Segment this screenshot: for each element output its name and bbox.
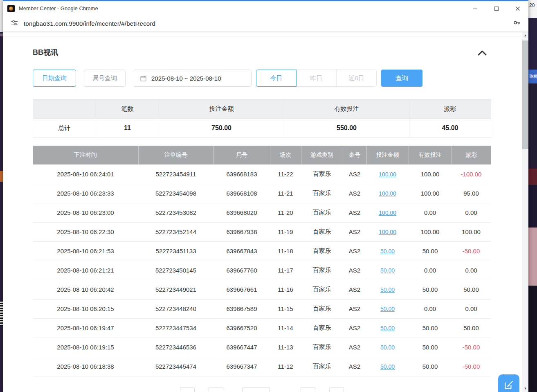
collapse-section-button[interactable] — [476, 48, 488, 57]
bet-record-row: 2025-08-10 06:20:42 522723449021 6396676… — [33, 280, 491, 299]
bet-record-row: 2025-08-10 06:23:33 522723454098 6396681… — [33, 184, 491, 203]
bet-amount-link[interactable]: 50.00 — [380, 344, 395, 351]
pagination-control-fragment[interactable] — [329, 387, 344, 392]
header-payout: 派彩 — [452, 146, 491, 164]
bet-amount-link[interactable]: 50.00 — [380, 325, 395, 331]
cell-session: 11-12 — [270, 357, 301, 376]
cell-bet-time: 2025-08-10 06:23:00 — [33, 203, 138, 222]
chevron-up-icon — [478, 50, 487, 56]
cell-round-no: 639668108 — [213, 184, 270, 203]
bet-amount-link[interactable]: 50.00 — [380, 267, 395, 274]
summary-total-label: 总计 — [33, 119, 96, 138]
date-query-tab[interactable]: 日期查询 — [33, 70, 76, 87]
cell-bet-id: 522723446536 — [138, 338, 213, 357]
desktop-fragment-left: 每 — [0, 0, 3, 392]
window-title: Member Center - Google Chrome — [19, 5, 98, 11]
window-titlebar: Member Center - Google Chrome — [3, 1, 528, 16]
summary-total-row: 总计 11 750.00 550.00 45.00 — [33, 119, 491, 138]
cell-session: 11-18 — [270, 241, 301, 261]
favicon — [7, 5, 15, 12]
maximize-button[interactable] — [486, 1, 507, 16]
cell-table-no: AS2 — [343, 203, 366, 222]
header-session: 场次 — [270, 146, 301, 164]
cell-table-no: AS2 — [343, 184, 366, 203]
bet-amount-link[interactable]: 100.00 — [379, 229, 396, 235]
feedback-compose-button[interactable] — [498, 374, 519, 392]
scrollbar-down-arrow[interactable]: ▼ — [522, 385, 528, 392]
bet-amount-link[interactable]: 50.00 — [380, 363, 395, 370]
address-bar[interactable]: tongbao31.com:9900/infe/mcenter/#/betRec… — [24, 20, 507, 27]
bet-record-row: 2025-08-10 06:23:00 522723453082 6396680… — [33, 203, 491, 222]
browser-scrollbar[interactable]: ▲ ▼ — [522, 32, 528, 392]
cell-bet-id: 522723452144 — [138, 222, 213, 241]
cell-bet-amount: 100.00 — [366, 184, 409, 203]
cell-table-no: AS2 — [343, 357, 366, 376]
date-range-picker[interactable]: 2025-08-10 ~ 2025-08-10 — [134, 70, 252, 87]
cell-bet-id: 522723453082 — [138, 203, 213, 222]
url-bar: tongbao31.com:9900/infe/mcenter/#/betRec… — [3, 16, 528, 32]
cell-valid-bet: 100.00 — [409, 222, 452, 241]
header-bet-id: 注单编号 — [138, 146, 213, 164]
cell-round-no: 639668020 — [213, 203, 270, 222]
password-key-icon[interactable] — [512, 18, 521, 29]
desktop-fragment-text: 每 — [0, 33, 3, 37]
calendar-icon — [140, 75, 147, 82]
cell-round-no: 639667661 — [213, 280, 270, 299]
header-round-no: 局号 — [213, 146, 270, 164]
pagination-control-fragment[interactable] — [301, 387, 315, 392]
bet-amount-link[interactable]: 50.00 — [380, 306, 395, 312]
cell-payout: 0.00 — [452, 203, 491, 222]
today-button[interactable]: 今日 — [256, 70, 297, 87]
quick-range-group: 今日 昨日 近8日 — [256, 70, 377, 87]
round-query-tab[interactable]: 局号查询 — [84, 70, 126, 87]
cell-payout: 50.00 — [452, 280, 491, 299]
pagination-size-select-fragment[interactable] — [242, 387, 270, 392]
summary-total-bet-amount: 750.00 — [159, 119, 284, 138]
cell-bet-time: 2025-08-10 06:24:01 — [33, 164, 138, 184]
cell-game-type: 百家乐 — [301, 338, 343, 357]
cell-game-type: 百家乐 — [301, 222, 343, 241]
bet-amount-link[interactable]: 50.00 — [380, 286, 395, 293]
bet-amount-link[interactable]: 50.00 — [380, 248, 395, 255]
summary-table: 笔数 投注金额 有效投注 派彩 总计 11 750.00 550.00 45.0… — [33, 99, 491, 138]
last-8-days-button[interactable]: 近8日 — [336, 70, 377, 87]
cell-round-no: 639667447 — [213, 338, 270, 357]
scrollbar-thumb[interactable] — [522, 41, 528, 149]
bet-record-row: 2025-08-10 06:21:21 522723450145 6396677… — [33, 261, 491, 280]
close-button[interactable] — [507, 1, 528, 16]
bet-amount-link[interactable]: 100.00 — [379, 210, 396, 216]
cell-payout: 95.00 — [452, 184, 491, 203]
cell-bet-id: 522723451133 — [138, 241, 213, 261]
browser-window: Member Center - Google Chrome tongbao31.… — [3, 0, 528, 392]
bet-amount-link[interactable]: 100.00 — [379, 190, 396, 197]
yesterday-button[interactable]: 昨日 — [296, 70, 337, 87]
cell-table-no: AS2 — [343, 338, 366, 357]
summary-header-bet-amount: 投注金额 — [159, 99, 284, 119]
cell-table-no: AS2 — [343, 241, 366, 261]
cell-valid-bet: 50.00 — [409, 338, 452, 357]
desktop-fragment — [528, 185, 537, 228]
desktop-fragment — [528, 286, 537, 392]
cell-round-no: 639667938 — [213, 222, 270, 241]
cell-session: 11-15 — [270, 299, 301, 318]
pagination-control-fragment[interactable] — [180, 387, 195, 392]
minimize-button[interactable] — [465, 1, 486, 16]
cell-game-type: 百家乐 — [301, 261, 343, 280]
cell-valid-bet: 50.00 — [409, 357, 452, 376]
summary-total-payout: 45.00 — [409, 119, 491, 138]
cell-bet-amount: 100.00 — [366, 203, 409, 222]
bet-record-row: 2025-08-10 06:18:38 522723445474 6396673… — [33, 357, 491, 376]
scrollbar-up-arrow[interactable]: ▲ — [522, 32, 528, 39]
cell-bet-id: 522723448240 — [138, 299, 213, 318]
bet-record-row: 2025-08-10 06:22:30 522723452144 6396679… — [33, 222, 491, 241]
page-viewport: BB视讯 日期查询 局号查询 2025-08-10 ~ 2025-08-10 今… — [3, 32, 528, 392]
site-settings-icon[interactable] — [11, 19, 18, 28]
cell-bet-time: 2025-08-10 06:19:15 — [33, 338, 138, 357]
bet-amount-link[interactable]: 100.00 — [379, 171, 396, 178]
summary-corner-cell — [33, 99, 96, 119]
header-table-no: 桌号 — [343, 146, 366, 164]
search-button[interactable]: 查询 — [381, 70, 422, 87]
cell-round-no: 639667520 — [213, 318, 270, 338]
pagination-control-fragment[interactable] — [209, 387, 223, 392]
cell-bet-time: 2025-08-10 06:22:30 — [33, 222, 138, 241]
